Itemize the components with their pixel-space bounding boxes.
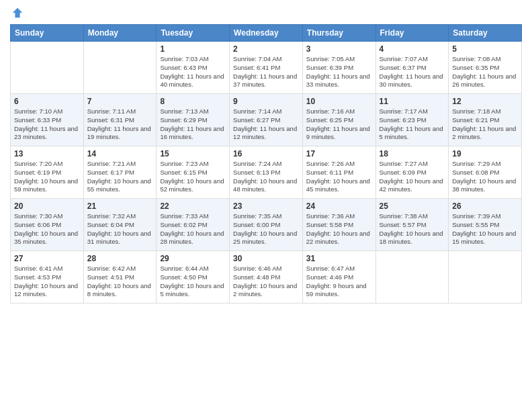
calendar-cell: 6Sunrise: 7:10 AM Sunset: 6:33 PM Daylig…: [11, 94, 84, 146]
calendar-cell: 29Sunrise: 6:44 AM Sunset: 4:50 PM Dayli…: [157, 251, 230, 304]
day-of-week-header: Sunday: [11, 25, 84, 42]
day-number: 28: [87, 254, 153, 263]
calendar: SundayMondayTuesdayWednesdayThursdayFrid…: [10, 24, 522, 304]
day-number: 2: [233, 44, 299, 54]
calendar-cell: 9Sunrise: 7:14 AM Sunset: 6:27 PM Daylig…: [230, 94, 303, 146]
day-number: 23: [233, 201, 299, 211]
svg-marker-0: [13, 8, 22, 17]
calendar-cell: 27Sunrise: 6:41 AM Sunset: 4:53 PM Dayli…: [11, 251, 84, 304]
calendar-cell: 2Sunrise: 7:04 AM Sunset: 6:41 PM Daylig…: [230, 42, 303, 94]
day-number: 13: [14, 149, 80, 158]
day-info: Sunrise: 7:11 AM Sunset: 6:31 PM Dayligh…: [87, 107, 153, 142]
day-info: Sunrise: 7:33 AM Sunset: 6:02 PM Dayligh…: [160, 212, 226, 246]
day-info: Sunrise: 6:47 AM Sunset: 4:46 PM Dayligh…: [306, 265, 372, 299]
day-of-week-header: Saturday: [449, 25, 522, 42]
calendar-cell: 7Sunrise: 7:11 AM Sunset: 6:31 PM Daylig…: [83, 94, 157, 146]
day-number: 22: [160, 201, 226, 211]
calendar-cell: 14Sunrise: 7:21 AM Sunset: 6:17 PM Dayli…: [83, 146, 157, 199]
day-info: Sunrise: 7:10 AM Sunset: 6:33 PM Dayligh…: [14, 107, 80, 142]
calendar-cell: 3Sunrise: 7:05 AM Sunset: 6:39 PM Daylig…: [302, 42, 375, 94]
day-number: 21: [87, 201, 153, 211]
day-info: Sunrise: 7:26 AM Sunset: 6:11 PM Dayligh…: [306, 160, 372, 194]
calendar-cell: 20Sunrise: 7:30 AM Sunset: 6:06 PM Dayli…: [11, 199, 84, 251]
day-number: 6: [14, 97, 80, 106]
day-info: Sunrise: 7:18 AM Sunset: 6:21 PM Dayligh…: [452, 107, 518, 142]
day-number: 5: [452, 44, 518, 54]
day-info: Sunrise: 7:24 AM Sunset: 6:13 PM Dayligh…: [233, 160, 299, 194]
day-info: Sunrise: 6:41 AM Sunset: 4:53 PM Dayligh…: [14, 265, 80, 299]
calendar-cell: 11Sunrise: 7:17 AM Sunset: 6:23 PM Dayli…: [375, 94, 449, 146]
calendar-cell: 22Sunrise: 7:33 AM Sunset: 6:02 PM Dayli…: [157, 199, 230, 251]
logo-icon: [11, 7, 24, 19]
logo-text: [10, 7, 24, 19]
calendar-cell: 16Sunrise: 7:24 AM Sunset: 6:13 PM Dayli…: [230, 146, 303, 199]
day-info: Sunrise: 7:03 AM Sunset: 6:43 PM Dayligh…: [160, 55, 226, 89]
day-info: Sunrise: 7:17 AM Sunset: 6:23 PM Dayligh…: [380, 107, 445, 142]
day-info: Sunrise: 6:42 AM Sunset: 4:51 PM Dayligh…: [87, 265, 153, 299]
day-of-week-header: Wednesday: [230, 25, 303, 42]
day-info: Sunrise: 7:08 AM Sunset: 6:35 PM Dayligh…: [452, 55, 518, 89]
calendar-cell: 1Sunrise: 7:03 AM Sunset: 6:43 PM Daylig…: [157, 42, 230, 94]
day-of-week-header: Tuesday: [157, 25, 230, 42]
day-number: 3: [306, 44, 372, 54]
day-number: 29: [160, 254, 226, 263]
calendar-cell: 21Sunrise: 7:32 AM Sunset: 6:04 PM Dayli…: [83, 199, 157, 251]
page: SundayMondayTuesdayWednesdayThursdayFrid…: [0, 0, 532, 411]
day-number: 16: [233, 149, 299, 158]
day-info: Sunrise: 7:23 AM Sunset: 6:15 PM Dayligh…: [160, 160, 226, 194]
calendar-cell: 8Sunrise: 7:13 AM Sunset: 6:29 PM Daylig…: [157, 94, 230, 146]
day-number: 24: [306, 201, 372, 211]
day-number: 30: [233, 254, 299, 263]
calendar-cell: 24Sunrise: 7:36 AM Sunset: 5:58 PM Dayli…: [302, 199, 375, 251]
day-number: 10: [306, 97, 372, 106]
calendar-cell: 23Sunrise: 7:35 AM Sunset: 6:00 PM Dayli…: [230, 199, 303, 251]
calendar-cell: [375, 251, 449, 304]
day-info: Sunrise: 7:07 AM Sunset: 6:37 PM Dayligh…: [380, 55, 445, 89]
day-info: Sunrise: 7:20 AM Sunset: 6:19 PM Dayligh…: [14, 160, 80, 194]
day-info: Sunrise: 7:36 AM Sunset: 5:58 PM Dayligh…: [306, 212, 372, 246]
calendar-cell: 4Sunrise: 7:07 AM Sunset: 6:37 PM Daylig…: [375, 42, 449, 94]
day-info: Sunrise: 7:05 AM Sunset: 6:39 PM Dayligh…: [306, 55, 372, 89]
calendar-cell: 17Sunrise: 7:26 AM Sunset: 6:11 PM Dayli…: [302, 146, 375, 199]
day-number: 4: [380, 44, 445, 54]
day-number: 7: [87, 97, 153, 106]
day-number: 19: [452, 149, 518, 158]
day-number: 1: [160, 44, 226, 54]
day-number: 18: [380, 149, 445, 158]
calendar-cell: 25Sunrise: 7:38 AM Sunset: 5:57 PM Dayli…: [375, 199, 449, 251]
calendar-cell: 30Sunrise: 6:46 AM Sunset: 4:48 PM Dayli…: [230, 251, 303, 304]
day-number: 8: [160, 97, 226, 106]
day-number: 14: [87, 149, 153, 158]
day-number: 26: [452, 201, 518, 211]
day-info: Sunrise: 7:35 AM Sunset: 6:00 PM Dayligh…: [233, 212, 299, 246]
day-number: 11: [380, 97, 445, 106]
day-of-week-header: Monday: [83, 25, 157, 42]
calendar-cell: 10Sunrise: 7:16 AM Sunset: 6:25 PM Dayli…: [302, 94, 375, 146]
day-info: Sunrise: 7:38 AM Sunset: 5:57 PM Dayligh…: [380, 212, 445, 246]
header: [10, 7, 522, 19]
day-info: Sunrise: 7:32 AM Sunset: 6:04 PM Dayligh…: [87, 212, 153, 246]
day-info: Sunrise: 7:16 AM Sunset: 6:25 PM Dayligh…: [306, 107, 372, 142]
day-number: 20: [14, 201, 80, 211]
calendar-week-row: 13Sunrise: 7:20 AM Sunset: 6:19 PM Dayli…: [11, 146, 522, 199]
day-info: Sunrise: 7:39 AM Sunset: 5:55 PM Dayligh…: [452, 212, 518, 246]
logo-area: [10, 7, 24, 19]
day-info: Sunrise: 7:13 AM Sunset: 6:29 PM Dayligh…: [160, 107, 226, 142]
header-row: SundayMondayTuesdayWednesdayThursdayFrid…: [11, 25, 522, 42]
calendar-cell: 15Sunrise: 7:23 AM Sunset: 6:15 PM Dayli…: [157, 146, 230, 199]
day-number: 12: [452, 97, 518, 106]
calendar-week-row: 20Sunrise: 7:30 AM Sunset: 6:06 PM Dayli…: [11, 199, 522, 251]
day-info: Sunrise: 7:21 AM Sunset: 6:17 PM Dayligh…: [87, 160, 153, 194]
day-number: 27: [14, 254, 80, 263]
day-info: Sunrise: 7:04 AM Sunset: 6:41 PM Dayligh…: [233, 55, 299, 89]
calendar-cell: 26Sunrise: 7:39 AM Sunset: 5:55 PM Dayli…: [449, 199, 522, 251]
calendar-cell: 18Sunrise: 7:27 AM Sunset: 6:09 PM Dayli…: [375, 146, 449, 199]
day-info: Sunrise: 7:29 AM Sunset: 6:08 PM Dayligh…: [452, 160, 518, 194]
calendar-week-row: 27Sunrise: 6:41 AM Sunset: 4:53 PM Dayli…: [11, 251, 522, 304]
day-number: 9: [233, 97, 299, 106]
calendar-cell: 19Sunrise: 7:29 AM Sunset: 6:08 PM Dayli…: [449, 146, 522, 199]
day-info: Sunrise: 6:44 AM Sunset: 4:50 PM Dayligh…: [160, 265, 226, 299]
calendar-cell: 31Sunrise: 6:47 AM Sunset: 4:46 PM Dayli…: [302, 251, 375, 304]
calendar-cell: 28Sunrise: 6:42 AM Sunset: 4:51 PM Dayli…: [83, 251, 157, 304]
day-number: 15: [160, 149, 226, 158]
